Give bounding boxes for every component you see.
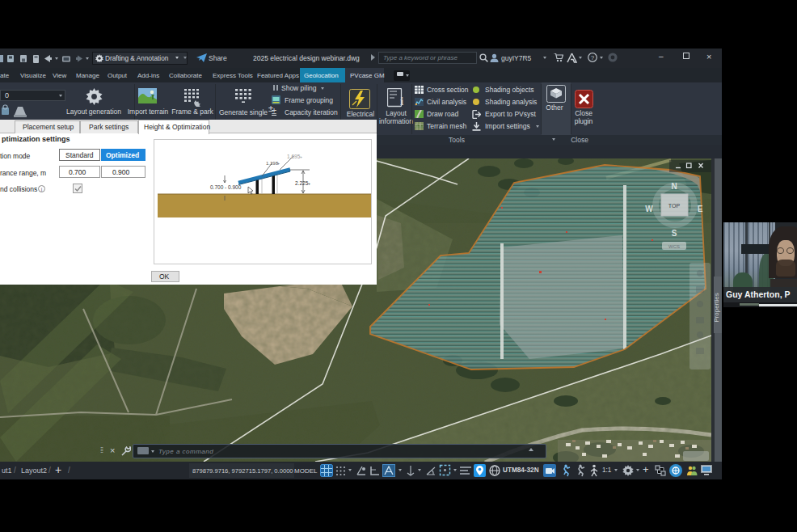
svg-text:?: ? [591,54,595,61]
svg-text:+: + [277,161,280,166]
svg-text:+: + [300,154,302,159]
svg-text:E: E [698,205,703,213]
svg-text:WCS: WCS [668,244,680,249]
svg-text:W: W [645,205,653,213]
svg-text:N: N [671,182,677,191]
svg-text:S: S [672,229,677,238]
svg-text:2.225: 2.225 [295,180,309,186]
svg-text:1.695: 1.695 [287,154,301,159]
svg-text:+: + [308,181,310,186]
svg-text:i: i [400,95,403,108]
svg-text:TOP: TOP [668,203,681,209]
svg-text:0.700 - 0.900: 0.700 - 0.900 [210,184,242,190]
